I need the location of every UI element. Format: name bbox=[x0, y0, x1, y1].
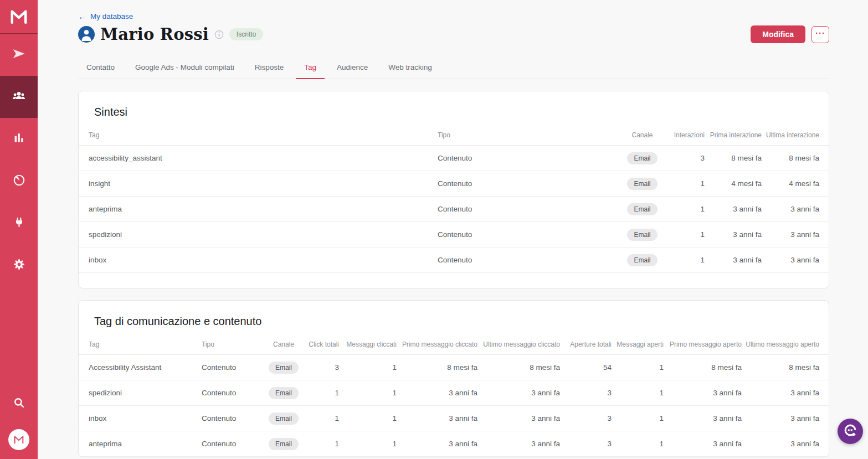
sidebar-item-search[interactable] bbox=[0, 387, 38, 420]
channel-badge: Email bbox=[269, 438, 299, 450]
cell-ultimo-messaggio-cliccato: 8 mesi fa bbox=[477, 355, 560, 380]
column-header-tag[interactable]: Tag bbox=[79, 338, 202, 355]
sidebar-item-contacts[interactable] bbox=[0, 76, 38, 118]
cell-tag: spedizioni bbox=[79, 380, 202, 406]
summary-table-row[interactable]: anteprima Contenuto Email 1 3 anni fa 3 … bbox=[79, 197, 829, 222]
edit-button[interactable]: Modifica bbox=[751, 25, 805, 43]
cell-aperture-totali: 3 bbox=[560, 406, 612, 431]
column-header-messaggi-aperti[interactable]: Messaggi aperti bbox=[612, 338, 664, 355]
info-icon[interactable] bbox=[214, 30, 224, 39]
column-header-ultimo-messaggio-aperto[interactable]: Ultimo messaggio aperto bbox=[742, 338, 829, 355]
summary-card-footer bbox=[79, 273, 829, 288]
sidebar-item-account[interactable] bbox=[0, 420, 38, 459]
communication-tags-card-title: Tag di comunicazione e contenuto bbox=[79, 301, 829, 338]
cell-messaggi-aperti: 1 bbox=[612, 355, 664, 380]
tab-google-ads-moduli-compilati[interactable]: Google Ads - Moduli compilati bbox=[127, 57, 243, 79]
sidebar-item-automation[interactable] bbox=[0, 160, 38, 202]
cell-ultima-interazione: 3 anni fa bbox=[762, 222, 829, 247]
tab-risposte[interactable]: Risposte bbox=[246, 57, 292, 79]
column-header-primo-messaggio-cliccato[interactable]: Primo messaggio cliccato bbox=[397, 338, 477, 355]
cell-primo-messaggio-cliccato: 3 anni fa bbox=[397, 406, 477, 431]
chat-widget-button[interactable] bbox=[838, 419, 863, 444]
status-badge: Iscritto bbox=[229, 28, 263, 40]
summary-table-row[interactable]: insight Contenuto Email 1 4 mesi fa 4 me… bbox=[79, 171, 829, 197]
cell-ultima-interazione: 3 anni fa bbox=[762, 197, 829, 222]
communication-tags-table-header: Tag Tipo Canale Click totali Messaggi cl… bbox=[79, 338, 829, 355]
more-options-button[interactable]: ··· bbox=[811, 26, 829, 43]
column-header-aperture-totali[interactable]: Aperture totali bbox=[560, 338, 612, 355]
cell-tag: inbox bbox=[79, 406, 202, 431]
cell-ultimo-messaggio-aperto: 3 anni fa bbox=[742, 406, 829, 431]
column-header-click-totali[interactable]: Click totali bbox=[306, 338, 339, 355]
search-icon bbox=[13, 396, 25, 411]
column-header-ultimo-messaggio-cliccato[interactable]: Ultimo messaggio cliccato bbox=[477, 338, 560, 355]
column-header-ultima-interazione[interactable]: Ultima interazione bbox=[762, 129, 829, 146]
channel-badge: Email bbox=[627, 254, 657, 266]
column-header-interazioni[interactable]: Interazioni bbox=[666, 129, 705, 146]
cell-canale: Email bbox=[261, 380, 306, 406]
cell-tipo: Contenuto bbox=[438, 247, 619, 273]
mailup-logo-glyph bbox=[9, 8, 29, 25]
cell-aperture-totali: 54 bbox=[560, 355, 612, 380]
column-header-messaggi-cliccati[interactable]: Messaggi cliccati bbox=[339, 338, 397, 355]
cell-canale: Email bbox=[261, 406, 306, 431]
summary-table-row[interactable]: inbox Contenuto Email 1 3 anni fa 3 anni… bbox=[79, 247, 829, 273]
mailup-logo-icon[interactable] bbox=[0, 0, 38, 34]
communication-tags-table-row[interactable]: anteprima Contenuto Email 1 1 3 anni fa … bbox=[79, 431, 829, 457]
column-header-prima-interazione[interactable]: Prima interazione bbox=[705, 129, 762, 146]
sidebar-item-integrations[interactable] bbox=[0, 202, 38, 244]
sidebar-item-send[interactable] bbox=[0, 34, 38, 76]
channel-badge: Email bbox=[269, 387, 299, 399]
cell-tipo: Contenuto bbox=[438, 146, 619, 171]
cell-aperture-totali: 3 bbox=[560, 431, 612, 457]
tab-contatto[interactable]: Contatto bbox=[78, 57, 123, 79]
column-header-primo-messaggio-aperto[interactable]: Primo messaggio aperto bbox=[664, 338, 742, 355]
cell-tipo: Contenuto bbox=[202, 355, 261, 380]
column-header-tag[interactable]: Tag bbox=[79, 129, 438, 146]
tab-tag[interactable]: Tag bbox=[296, 57, 325, 79]
cell-messaggi-cliccati: 1 bbox=[339, 431, 397, 457]
sidebar-item-statistics[interactable] bbox=[0, 118, 38, 160]
summary-table-row[interactable]: spedizioni Contenuto Email 1 3 anni fa 3… bbox=[79, 222, 829, 247]
cell-primo-messaggio-aperto: 3 anni fa bbox=[664, 380, 742, 406]
tab-bar: Contatto Google Ads - Moduli compilati R… bbox=[78, 57, 829, 79]
summary-table-row[interactable]: accessibility_assistant Contenuto Email … bbox=[79, 146, 829, 171]
cell-primo-messaggio-aperto: 3 anni fa bbox=[664, 431, 742, 457]
cell-tipo: Contenuto bbox=[438, 197, 619, 222]
cell-ultimo-messaggio-aperto: 3 anni fa bbox=[742, 431, 829, 457]
communication-tags-table-row[interactable]: inbox Contenuto Email 1 1 3 anni fa 3 an… bbox=[79, 406, 829, 431]
sidebar bbox=[0, 0, 38, 459]
summary-table: Tag Tipo Canale Interazioni Prima intera… bbox=[79, 129, 829, 273]
summary-card: Sintesi Tag Tipo Canale Interazioni Prim… bbox=[78, 91, 829, 288]
cell-tipo: Contenuto bbox=[438, 171, 619, 197]
communication-tags-table-row[interactable]: spedizioni Contenuto Email 1 1 3 anni fa… bbox=[79, 380, 829, 406]
cell-prima-interazione: 3 anni fa bbox=[705, 197, 762, 222]
tab-web-tracking[interactable]: Web tracking bbox=[380, 57, 440, 79]
sidebar-nav bbox=[0, 34, 38, 286]
communication-tags-table-row[interactable]: Accessibility Assistant Contenuto Email … bbox=[79, 355, 829, 380]
column-header-tipo[interactable]: Tipo bbox=[438, 129, 619, 146]
tab-audience[interactable]: Audience bbox=[328, 57, 376, 79]
back-link-label: My database bbox=[90, 12, 133, 20]
column-header-canale[interactable]: Canale bbox=[261, 338, 306, 355]
back-link[interactable]: ← My database bbox=[78, 12, 133, 20]
cell-messaggi-cliccati: 1 bbox=[339, 355, 397, 380]
sidebar-item-settings[interactable] bbox=[0, 244, 38, 286]
sidebar-spacer bbox=[0, 286, 38, 387]
avatar bbox=[78, 26, 95, 43]
main-content: ← My database Mario Rossi Iscritto Modif… bbox=[38, 0, 868, 459]
cell-click-totali: 1 bbox=[306, 406, 339, 431]
cell-aperture-totali: 3 bbox=[560, 380, 612, 406]
cell-primo-messaggio-cliccato: 3 anni fa bbox=[397, 431, 477, 457]
column-header-canale[interactable]: Canale bbox=[619, 129, 666, 146]
cell-ultimo-messaggio-cliccato: 3 anni fa bbox=[477, 406, 560, 431]
cell-tag: anteprima bbox=[79, 197, 438, 222]
summary-table-header: Tag Tipo Canale Interazioni Prima intera… bbox=[79, 129, 829, 146]
cell-messaggi-aperti: 1 bbox=[612, 406, 664, 431]
column-header-tipo[interactable]: Tipo bbox=[202, 338, 261, 355]
cell-interazioni: 1 bbox=[666, 222, 705, 247]
cell-ultimo-messaggio-aperto: 3 anni fa bbox=[742, 380, 829, 406]
send-icon bbox=[12, 47, 26, 63]
cell-messaggi-aperti: 1 bbox=[612, 431, 664, 457]
cell-interazioni: 1 bbox=[666, 171, 705, 197]
